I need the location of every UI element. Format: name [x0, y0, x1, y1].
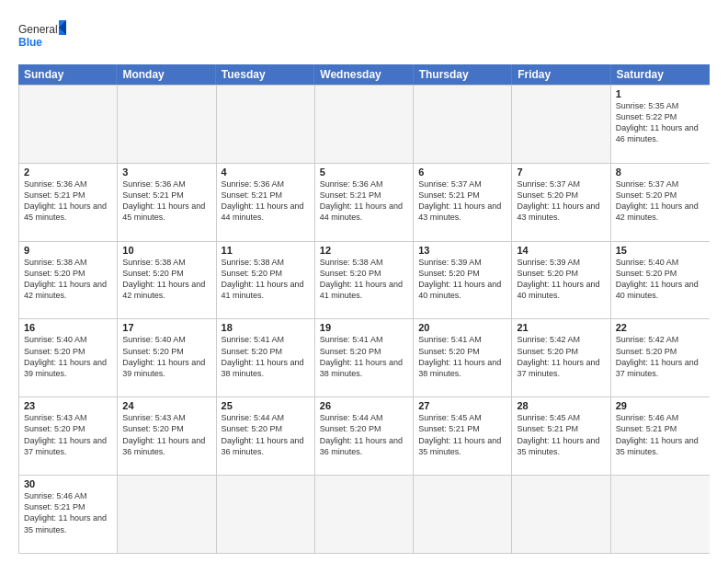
day-number: 3: [122, 167, 210, 178]
day-30: 30Sunrise: 5:46 AM Sunset: 5:21 PM Dayli…: [19, 476, 118, 553]
day-15: 15Sunrise: 5:40 AM Sunset: 5:20 PM Dayli…: [611, 242, 710, 319]
empty-cell-5-3: [315, 476, 414, 553]
empty-cell-0-1: [118, 86, 216, 163]
header-thursday: Thursday: [414, 64, 512, 85]
header-saturday: Saturday: [611, 64, 710, 85]
empty-cell-5-2: [217, 476, 315, 553]
day-content: Sunrise: 5:38 AM Sunset: 5:20 PM Dayligh…: [222, 257, 310, 302]
day-8: 8Sunrise: 5:37 AM Sunset: 5:20 PM Daylig…: [611, 164, 710, 241]
header-wednesday: Wednesday: [314, 64, 413, 85]
day-26: 26Sunrise: 5:44 AM Sunset: 5:20 PM Dayli…: [315, 397, 414, 475]
logo-icon: General Blue: [18, 18, 66, 57]
day-content: Sunrise: 5:40 AM Sunset: 5:20 PM Dayligh…: [24, 334, 112, 379]
day-number: 12: [320, 245, 408, 256]
day-content: Sunrise: 5:36 AM Sunset: 5:21 PM Dayligh…: [222, 178, 310, 224]
day-2: 2Sunrise: 5:36 AM Sunset: 5:21 PM Daylig…: [19, 164, 118, 241]
page-header: General Blue: [18, 15, 710, 57]
calendar-week-6: 30Sunrise: 5:46 AM Sunset: 5:21 PM Dayli…: [19, 475, 710, 553]
calendar-week-5: 23Sunrise: 5:43 AM Sunset: 5:20 PM Dayli…: [19, 396, 710, 475]
empty-cell-0-2: [217, 86, 315, 163]
day-17: 17Sunrise: 5:40 AM Sunset: 5:20 PM Dayli…: [118, 319, 216, 396]
day-14: 14Sunrise: 5:39 AM Sunset: 5:20 PM Dayli…: [512, 242, 610, 319]
calendar-body: 1Sunrise: 5:35 AM Sunset: 5:22 PM Daylig…: [18, 85, 710, 554]
day-number: 6: [418, 167, 506, 178]
day-content: Sunrise: 5:44 AM Sunset: 5:20 PM Dayligh…: [320, 412, 408, 457]
calendar-header: SundayMondayTuesdayWednesdayThursdayFrid…: [18, 64, 710, 85]
logo: General Blue: [18, 18, 66, 57]
day-number: 25: [222, 400, 310, 411]
empty-cell-5-5: [512, 476, 610, 553]
day-content: Sunrise: 5:37 AM Sunset: 5:20 PM Dayligh…: [517, 178, 605, 224]
day-content: Sunrise: 5:42 AM Sunset: 5:20 PM Dayligh…: [616, 334, 705, 379]
day-number: 27: [418, 400, 506, 411]
day-content: Sunrise: 5:41 AM Sunset: 5:20 PM Dayligh…: [418, 334, 506, 379]
calendar-week-2: 2Sunrise: 5:36 AM Sunset: 5:21 PM Daylig…: [19, 163, 710, 241]
header-tuesday: Tuesday: [216, 64, 314, 85]
day-content: Sunrise: 5:40 AM Sunset: 5:20 PM Dayligh…: [122, 334, 210, 379]
day-content: Sunrise: 5:43 AM Sunset: 5:20 PM Dayligh…: [24, 412, 112, 457]
day-number: 29: [616, 400, 705, 411]
day-number: 1: [616, 88, 705, 99]
day-6: 6Sunrise: 5:37 AM Sunset: 5:21 PM Daylig…: [414, 164, 512, 241]
day-27: 27Sunrise: 5:45 AM Sunset: 5:21 PM Dayli…: [414, 397, 512, 475]
day-number: 7: [517, 167, 605, 178]
day-content: Sunrise: 5:37 AM Sunset: 5:21 PM Dayligh…: [418, 178, 506, 224]
day-7: 7Sunrise: 5:37 AM Sunset: 5:20 PM Daylig…: [512, 164, 610, 241]
calendar-week-4: 16Sunrise: 5:40 AM Sunset: 5:20 PM Dayli…: [19, 318, 710, 396]
day-content: Sunrise: 5:44 AM Sunset: 5:20 PM Dayligh…: [222, 412, 310, 457]
day-16: 16Sunrise: 5:40 AM Sunset: 5:20 PM Dayli…: [19, 319, 118, 396]
day-number: 16: [24, 322, 112, 333]
empty-cell-5-6: [611, 476, 710, 553]
day-21: 21Sunrise: 5:42 AM Sunset: 5:20 PM Dayli…: [512, 319, 610, 396]
empty-cell-0-3: [315, 86, 414, 163]
day-1: 1Sunrise: 5:35 AM Sunset: 5:22 PM Daylig…: [611, 86, 710, 163]
day-22: 22Sunrise: 5:42 AM Sunset: 5:20 PM Dayli…: [611, 319, 710, 396]
day-content: Sunrise: 5:36 AM Sunset: 5:21 PM Dayligh…: [24, 178, 112, 224]
day-number: 28: [517, 400, 605, 411]
day-content: Sunrise: 5:46 AM Sunset: 5:21 PM Dayligh…: [616, 412, 705, 457]
day-content: Sunrise: 5:36 AM Sunset: 5:21 PM Dayligh…: [122, 178, 210, 224]
day-number: 17: [122, 322, 210, 333]
calendar: SundayMondayTuesdayWednesdayThursdayFrid…: [18, 64, 710, 554]
day-number: 8: [616, 167, 705, 178]
day-number: 5: [320, 167, 408, 178]
day-5: 5Sunrise: 5:36 AM Sunset: 5:21 PM Daylig…: [315, 164, 414, 241]
day-28: 28Sunrise: 5:45 AM Sunset: 5:21 PM Dayli…: [512, 397, 610, 475]
day-number: 10: [122, 245, 210, 256]
day-13: 13Sunrise: 5:39 AM Sunset: 5:20 PM Dayli…: [414, 242, 512, 319]
day-content: Sunrise: 5:41 AM Sunset: 5:20 PM Dayligh…: [222, 334, 310, 379]
day-content: Sunrise: 5:46 AM Sunset: 5:21 PM Dayligh…: [24, 490, 112, 535]
day-25: 25Sunrise: 5:44 AM Sunset: 5:20 PM Dayli…: [217, 397, 315, 475]
empty-cell-5-1: [118, 476, 216, 553]
day-number: 2: [24, 167, 112, 178]
day-content: Sunrise: 5:39 AM Sunset: 5:20 PM Dayligh…: [418, 257, 506, 302]
svg-text:Blue: Blue: [18, 36, 42, 49]
day-content: Sunrise: 5:43 AM Sunset: 5:20 PM Dayligh…: [122, 412, 210, 457]
day-number: 15: [616, 245, 705, 256]
empty-cell-0-0: [19, 86, 118, 163]
day-number: 24: [122, 400, 210, 411]
day-number: 13: [418, 245, 506, 256]
day-23: 23Sunrise: 5:43 AM Sunset: 5:20 PM Dayli…: [19, 397, 118, 475]
day-number: 18: [222, 322, 310, 333]
day-number: 9: [24, 245, 112, 256]
day-content: Sunrise: 5:45 AM Sunset: 5:21 PM Dayligh…: [517, 412, 605, 457]
day-number: 21: [517, 322, 605, 333]
header-monday: Monday: [117, 64, 215, 85]
day-19: 19Sunrise: 5:41 AM Sunset: 5:20 PM Dayli…: [315, 319, 414, 396]
day-content: Sunrise: 5:42 AM Sunset: 5:20 PM Dayligh…: [517, 334, 605, 379]
header-friday: Friday: [512, 64, 610, 85]
day-10: 10Sunrise: 5:38 AM Sunset: 5:20 PM Dayli…: [118, 242, 216, 319]
day-number: 19: [320, 322, 408, 333]
day-content: Sunrise: 5:41 AM Sunset: 5:20 PM Dayligh…: [320, 334, 408, 379]
day-number: 11: [222, 245, 310, 256]
day-number: 22: [616, 322, 705, 333]
day-content: Sunrise: 5:36 AM Sunset: 5:21 PM Dayligh…: [320, 178, 408, 224]
day-29: 29Sunrise: 5:46 AM Sunset: 5:21 PM Dayli…: [611, 397, 710, 475]
day-number: 20: [418, 322, 506, 333]
day-11: 11Sunrise: 5:38 AM Sunset: 5:20 PM Dayli…: [217, 242, 315, 319]
day-content: Sunrise: 5:35 AM Sunset: 5:22 PM Dayligh…: [616, 100, 705, 145]
day-content: Sunrise: 5:38 AM Sunset: 5:20 PM Dayligh…: [320, 257, 408, 302]
empty-cell-5-4: [414, 476, 512, 553]
day-number: 14: [517, 245, 605, 256]
